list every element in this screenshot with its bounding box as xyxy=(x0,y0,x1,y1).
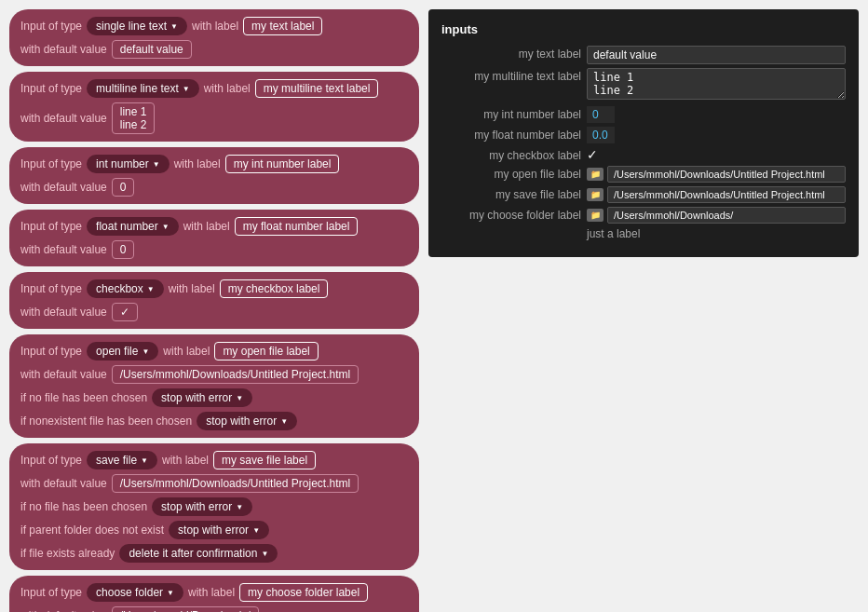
with-default-label-cb: with default value xyxy=(20,306,107,319)
with-label-label-int: with label xyxy=(174,157,221,170)
field-row-text: my text label xyxy=(441,46,846,64)
multiline-default-value[interactable]: line 1 line 2 xyxy=(112,102,156,134)
checkbox-label-value[interactable]: my checkbox label xyxy=(220,279,329,298)
int-default-value[interactable]: 0 xyxy=(112,178,135,197)
field-row-float: my float number label 0.0 xyxy=(441,127,846,143)
preview-title: inputs xyxy=(441,22,846,36)
float-default-value[interactable]: 0 xyxy=(112,240,135,259)
int-label-value[interactable]: my int number label xyxy=(225,155,340,173)
block-float: Input of type float number with label my… xyxy=(9,210,419,266)
field-label-int: my int number label xyxy=(441,106,581,121)
with-default-label-int: with default value xyxy=(20,181,107,194)
with-default-label-of: with default value xyxy=(20,368,107,381)
field-value-save-file: 📁 /Users/mmohl/Downloads/Untitled Projec… xyxy=(587,186,846,203)
field-label-save-file: my save file label xyxy=(441,186,581,201)
open-file-row2: with default value /Users/mmohl/Download… xyxy=(20,365,408,384)
input-of-type-label-sf: Input of type xyxy=(20,454,82,467)
choose-folder-field: 📁 /Users/mmohl/Downloads/ xyxy=(587,207,846,224)
input-of-type-label: Input of type xyxy=(20,20,82,33)
field-value-open-file: 📁 /Users/mmohl/Downloads/Untitled Projec… xyxy=(587,166,846,183)
open-file-label-value[interactable]: my open file label xyxy=(214,342,318,360)
type-dropdown-checkbox[interactable]: checkbox xyxy=(87,279,164,298)
type-dropdown-int[interactable]: int number xyxy=(87,155,170,173)
multiline-label-value[interactable]: my multiline text label xyxy=(255,79,379,98)
no-file-action-dropdown[interactable]: stop with error xyxy=(152,388,252,407)
block-open-file: Input of type open file with label my op… xyxy=(9,334,419,438)
choose-folder-row1: Input of type choose folder with label m… xyxy=(20,583,408,602)
save-file-field: 📁 /Users/mmohl/Downloads/Untitled Projec… xyxy=(587,186,846,203)
preview-panel: inputs my text label my multiline text l… xyxy=(428,9,859,257)
save-file-row5: if file exists already delete it after c… xyxy=(20,544,408,563)
open-file-default-value[interactable]: /Users/mmohl/Downloads/Untitled Project.… xyxy=(112,365,359,384)
with-label-label-of: with label xyxy=(163,345,210,358)
field-value-text xyxy=(587,46,846,64)
choose-folder-row2: with default value /Users/mmohl/Download… xyxy=(20,606,408,612)
if-no-file-sf-label: if no file has been chosen xyxy=(20,500,147,513)
type-dropdown-save-file[interactable]: save file xyxy=(87,451,157,469)
field-row-just-label: just a label xyxy=(441,227,846,240)
input-of-type-label-cb: Input of type xyxy=(20,282,82,295)
with-label-label-sf: with label xyxy=(162,454,209,467)
block-single-line: Input of type single line text with labe… xyxy=(9,9,419,66)
field-value-just-label: just a label xyxy=(587,227,846,240)
if-file-exists-label: if file exists already xyxy=(20,547,115,560)
open-file-row1: Input of type open file with label my op… xyxy=(20,342,408,360)
type-dropdown-float[interactable]: float number xyxy=(87,217,179,236)
open-file-row3: if no file has been chosen stop with err… xyxy=(20,388,408,407)
input-of-type-label-int: Input of type xyxy=(20,157,82,170)
checkbox-default-value[interactable]: ✓ xyxy=(112,303,138,321)
with-default-label-ml: with default value xyxy=(20,112,107,125)
input-of-type-label-of: Input of type xyxy=(20,345,82,358)
float-number-display: 0.0 xyxy=(587,127,615,143)
choose-folder-path: /Users/mmohl/Downloads/ xyxy=(607,207,846,224)
type-dropdown-multiline[interactable]: multiline line text xyxy=(87,79,199,98)
nonexistent-file-action-dropdown[interactable]: stop with error xyxy=(197,412,297,430)
field-label-choose-folder: my choose folder label xyxy=(441,207,581,222)
block-choose-folder: Input of type choose folder with label m… xyxy=(9,576,419,612)
field-row-choose-folder: my choose folder label 📁 /Users/mmohl/Do… xyxy=(441,207,846,224)
with-label-label-ml: with label xyxy=(204,82,251,95)
open-file-row4: if nonexistent file has been chosen stop… xyxy=(20,412,408,430)
if-parent-folder-label: if parent folder does not exist xyxy=(20,524,164,537)
save-file-row2: with default value /Users/mmohl/Download… xyxy=(20,474,408,493)
choose-folder-default-value[interactable]: /Users/mmohl/Downloads/ xyxy=(112,606,259,612)
field-value-choose-folder: 📁 /Users/mmohl/Downloads/ xyxy=(587,207,846,224)
field-label-just-label xyxy=(441,227,581,229)
if-nonexistent-file-label: if nonexistent file has been chosen xyxy=(20,415,192,428)
if-no-file-label: if no file has been chosen xyxy=(20,391,147,404)
field-label-float: my float number label xyxy=(441,127,581,142)
field-label-open-file: my open file label xyxy=(441,166,581,181)
input-of-type-label-cf: Input of type xyxy=(20,586,82,599)
save-file-row3: if no file has been chosen stop with err… xyxy=(20,497,408,516)
field-row-multiline: my multiline text label line 1 line 2 xyxy=(441,68,846,102)
type-dropdown-single[interactable]: single line text xyxy=(87,17,187,35)
no-file-sf-action-dropdown[interactable]: stop with error xyxy=(152,497,252,516)
save-file-default-value[interactable]: /Users/mmohl/Downloads/Untitled Project.… xyxy=(112,474,359,493)
with-label-label-cb: with label xyxy=(169,282,215,295)
field-value-float: 0.0 xyxy=(587,127,846,143)
save-file-label-value[interactable]: my save file label xyxy=(213,451,316,469)
field-label-checkbox: my checkbox label xyxy=(441,147,581,162)
parent-folder-action-dropdown[interactable]: stop with error xyxy=(169,521,269,539)
left-panel: Input of type single line text with labe… xyxy=(9,9,419,612)
text-input[interactable] xyxy=(587,46,846,64)
float-label-value[interactable]: my float number label xyxy=(235,217,359,236)
open-file-path: /Users/mmohl/Downloads/Untitled Project.… xyxy=(607,166,846,183)
open-file-icon: 📁 xyxy=(587,168,604,181)
field-value-multiline: line 1 line 2 xyxy=(587,68,846,102)
field-row-save-file: my save file label 📁 /Users/mmohl/Downlo… xyxy=(441,186,846,203)
file-exists-action-dropdown[interactable]: delete it after confirmation xyxy=(119,544,278,563)
text-label-value[interactable]: my text label xyxy=(243,17,322,35)
type-dropdown-open-file[interactable]: open file xyxy=(87,342,158,360)
save-file-row4: if parent folder does not exist stop wit… xyxy=(20,521,408,539)
default-value[interactable]: default value xyxy=(112,40,192,59)
type-dropdown-choose-folder[interactable]: choose folder xyxy=(87,583,183,602)
choose-folder-label-value[interactable]: my choose folder label xyxy=(239,583,368,602)
int-number-display: 0 xyxy=(587,106,615,123)
with-label-label: with label xyxy=(192,20,238,33)
field-row-int: my int number label 0 xyxy=(441,106,846,123)
save-file-row1: Input of type save file with label my sa… xyxy=(20,451,408,469)
field-value-checkbox: ✓ xyxy=(587,147,846,162)
input-of-type-label-float: Input of type xyxy=(20,220,82,233)
multiline-textarea[interactable]: line 1 line 2 xyxy=(587,68,846,100)
